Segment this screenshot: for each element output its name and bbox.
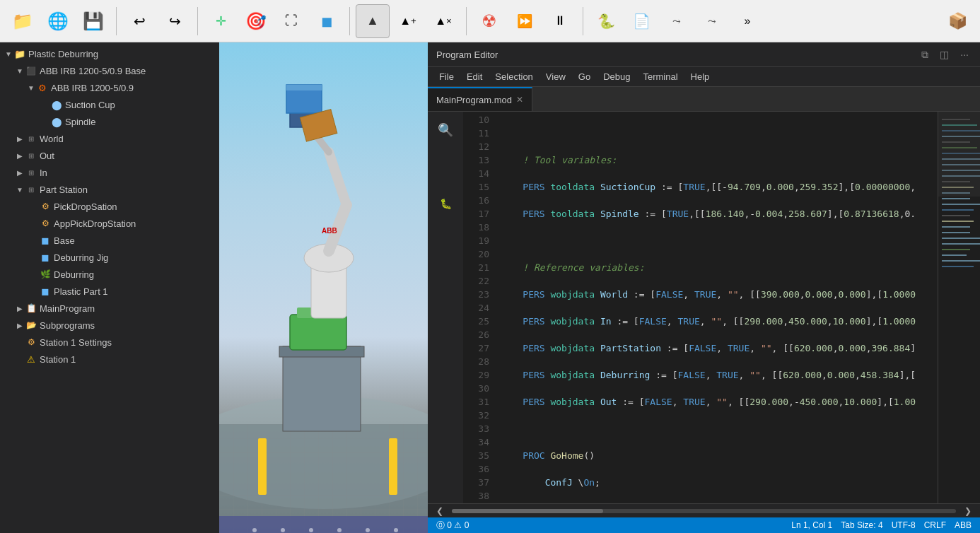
box-button[interactable]: 📦: [940, 4, 974, 38]
search-icon[interactable]: 🔍: [433, 117, 458, 143]
tree-item-app-pick-drop[interactable]: ▶ ⚙ AppPickDropStation: [0, 215, 219, 232]
editor-titlebar: Program Editor ⧉ ◫ ···: [428, 42, 980, 67]
plastic-part-icon: ◼: [40, 286, 51, 297]
deburring-jig-icon: ◼: [40, 252, 51, 263]
tab-main-program[interactable]: MainProgram.mod ✕: [428, 87, 532, 111]
program-editor: Program Editor ⧉ ◫ ··· File Edit Selecti…: [428, 42, 980, 533]
editor-sidebar: 🔍 🐛: [428, 112, 463, 503]
status-bar: ⓪ 0 ⚠ 0 Ln 1, Col 1 Tab Size: 4 UTF-8 CR…: [428, 517, 980, 533]
tree-item-deburring-jig[interactable]: ▶ ◼ Deburring Jig: [0, 249, 219, 266]
suction-cup-icon: ⬤: [51, 99, 62, 110]
split-editor-button[interactable]: ⧉: [918, 47, 931, 62]
move-button[interactable]: ✛: [204, 4, 238, 38]
main-program-icon: 📋: [25, 303, 37, 314]
document-button[interactable]: 📄: [624, 4, 658, 38]
toolbar-sim-group: ☢ ⏩ ⏸: [472, 4, 577, 38]
play-button[interactable]: ⏩: [508, 4, 542, 38]
arrow-out: ▶: [14, 152, 25, 160]
undo-button[interactable]: ↩: [122, 4, 156, 38]
menu-terminal[interactable]: Terminal: [637, 70, 683, 83]
open-button[interactable]: 📁: [6, 4, 40, 38]
scroll-right-button[interactable]: ❯: [962, 505, 974, 517]
menu-selection[interactable]: Selection: [489, 70, 538, 83]
station-warning-icon: ⚠: [25, 353, 37, 365]
layout-button[interactable]: ◫: [937, 47, 952, 62]
globe-button[interactable]: 🌐: [41, 4, 75, 38]
spindle-icon: ⬤: [51, 116, 62, 127]
tree-item-plastic-deburring[interactable]: ▼ 📁 Plastic Deburring: [0, 45, 219, 62]
target-button[interactable]: 🎯: [239, 4, 273, 38]
cube-button[interactable]: ◼: [310, 4, 344, 38]
menu-help[interactable]: Help: [685, 70, 716, 83]
svg-point-23: [281, 528, 285, 532]
menu-view[interactable]: View: [540, 70, 571, 83]
select2-button[interactable]: ▲+: [391, 4, 425, 38]
path2-button[interactable]: ⤳: [695, 4, 729, 38]
save-button[interactable]: 💾: [76, 4, 110, 38]
tree-item-in[interactable]: ▶ ⊞ In: [0, 164, 219, 181]
select3-button[interactable]: ▲×: [426, 4, 460, 38]
python-button[interactable]: 🐍: [589, 4, 623, 38]
tree-item-spindle[interactable]: ▶ ⬤ Spindle: [0, 113, 219, 130]
toolbar-code-group: 🐍 📄 ⤳ ⤳ »: [589, 4, 764, 38]
left-content: ▼ 📁 Plastic Deburring ▼ ⬛ ABB IRB 1200-5…: [0, 42, 428, 533]
svg-point-26: [366, 528, 370, 532]
tree-item-world[interactable]: ▶ ⊞ World: [0, 130, 219, 147]
tree-item-out[interactable]: ▶ ⊞ Out: [0, 147, 219, 164]
debug-icon[interactable]: 🐛: [433, 191, 458, 216]
tab-close-icon[interactable]: ✕: [516, 95, 523, 105]
redo-button[interactable]: ↪: [158, 4, 192, 38]
tree-item-abb-robot[interactable]: ▼ ⚙ ABB IRB 1200-5/0.9: [0, 79, 219, 96]
scene-svg: ABB: [219, 42, 428, 533]
separator-3: [349, 7, 350, 35]
svg-point-24: [309, 528, 313, 532]
app-pick-icon: ⚙: [40, 218, 51, 229]
3d-viewport: ABB: [219, 42, 428, 533]
select-button[interactable]: ▲: [356, 4, 390, 38]
minimap-svg: [938, 112, 980, 503]
svg-rect-47: [942, 221, 974, 222]
tree-item-main-program[interactable]: ▶ 📋 MainProgram: [0, 300, 219, 317]
more-button[interactable]: »: [730, 4, 764, 38]
svg-rect-54: [942, 260, 980, 262]
path1-button[interactable]: ⤳: [660, 4, 694, 38]
tree-item-pick-drop[interactable]: ▶ ⚙ PickDropSation: [0, 198, 219, 215]
code-line-23: ConfJ \On;: [495, 476, 938, 489]
code-line-19: PERS wobjdata Deburring := [FALSE, TRUE,…: [495, 368, 938, 382]
svg-rect-7: [290, 315, 346, 350]
menu-edit[interactable]: Edit: [461, 70, 488, 83]
pick-drop-icon: ⚙: [40, 201, 51, 212]
tree-item-subprograms[interactable]: ▶ 📂 Subprograms: [0, 317, 219, 334]
code-content[interactable]: ! Tool variables: PERS tooldata SuctionC…: [495, 112, 938, 503]
pause-button[interactable]: ⏸: [543, 4, 577, 38]
base-icon: ◼: [40, 235, 51, 246]
tree-item-plastic-part[interactable]: ▶ ◼ Plastic Part 1: [0, 283, 219, 300]
tree-item-abb-base[interactable]: ▼ ⬛ ABB IRB 1200-5/0.9 Base: [0, 62, 219, 79]
tree-item-part-station[interactable]: ▼ ⊞ Part Station: [0, 181, 219, 198]
tree-item-suction-cup[interactable]: ▶ ⬤ Suction Cup: [0, 96, 219, 113]
svg-point-25: [337, 528, 342, 532]
fit-button[interactable]: ⛶: [274, 4, 308, 38]
svg-rect-20: [389, 438, 397, 495]
part-station-icon: ⊞: [25, 184, 37, 195]
tree-item-base[interactable]: ▶ ◼ Base: [0, 232, 219, 249]
more-options-button[interactable]: ···: [957, 47, 972, 62]
tree-item-station-1[interactable]: ▶ ⚠ Station 1: [0, 351, 219, 368]
separator-1: [116, 7, 117, 35]
arrow-station-1: ▶: [14, 356, 25, 363]
arrow-deburring: ▶: [28, 271, 40, 279]
horizontal-scrollbar[interactable]: [452, 509, 956, 513]
menu-file[interactable]: File: [433, 70, 460, 83]
status-left: ⓪ 0 ⚠ 0: [436, 520, 469, 532]
hazard-button[interactable]: ☢: [472, 4, 506, 38]
svg-point-22: [252, 528, 257, 532]
svg-rect-5: [283, 346, 361, 431]
tree-item-station-settings[interactable]: ▶ ⚙ Station 1 Settings: [0, 334, 219, 351]
tree-item-deburring[interactable]: ▶ 🌿 Deburring: [0, 266, 219, 283]
bottom-scrollbar[interactable]: ❮ ❯: [428, 503, 980, 517]
separator-5: [583, 7, 583, 35]
arrow-spindle: ▶: [40, 118, 51, 126]
menu-debug[interactable]: Debug: [597, 70, 636, 83]
menu-go[interactable]: Go: [573, 70, 596, 83]
scroll-left-button[interactable]: ❮: [433, 505, 446, 517]
